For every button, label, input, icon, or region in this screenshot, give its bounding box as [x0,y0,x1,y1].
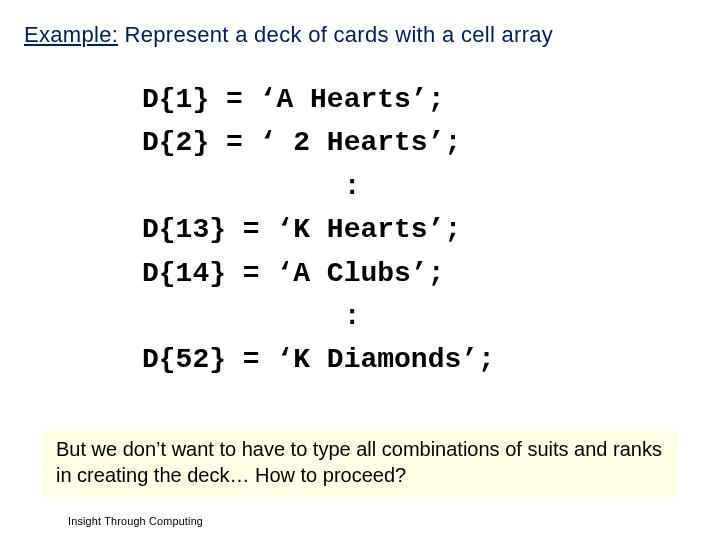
title-rest: Represent a deck of cards with a cell ar… [118,22,553,47]
code-line: D{2} = ‘ 2 Hearts’; [142,127,461,158]
note-box: But we don’t want to have to type all co… [42,430,678,498]
footer-text: Insight Through Computing [68,515,203,527]
code-block: D{1} = ‘A Hearts’; D{2} = ‘ 2 Hearts’; :… [142,78,495,382]
code-line: : [142,301,360,332]
code-line: : [142,171,360,202]
code-line: D{52} = ‘K Diamonds’; [142,344,495,375]
code-line: D{14} = ‘A Clubs’; [142,258,444,289]
slide-title: Example: Represent a deck of cards with … [24,22,553,48]
title-prefix: Example: [24,22,118,47]
slide: Example: Represent a deck of cards with … [0,0,720,540]
note-text: But we don’t want to have to type all co… [56,438,662,486]
code-line: D{13} = ‘K Hearts’; [142,214,461,245]
code-line: D{1} = ‘A Hearts’; [142,84,444,115]
